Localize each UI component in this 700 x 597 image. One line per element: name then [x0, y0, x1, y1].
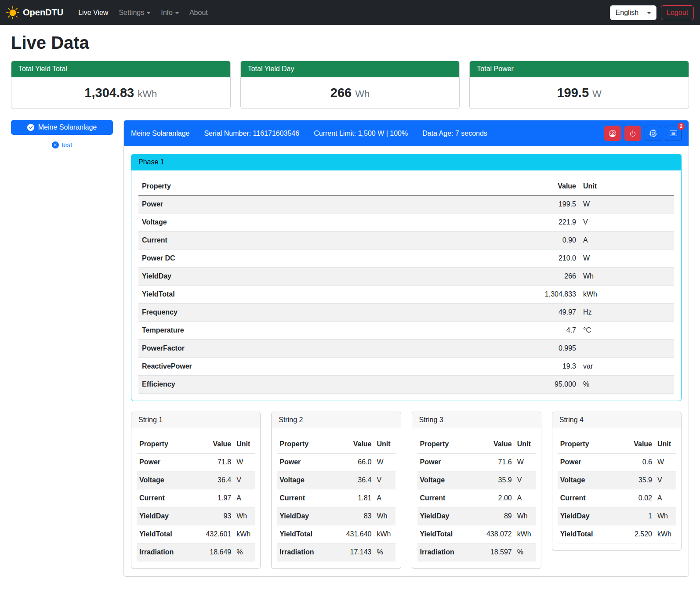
unit-cell: Wh: [655, 507, 676, 525]
header-property: Property: [277, 435, 332, 453]
language-select-value: English: [616, 9, 638, 17]
table-row: Power71.8W: [137, 453, 255, 471]
property-cell: YieldDay: [417, 507, 472, 525]
table-row: Current1.81A: [277, 489, 395, 507]
unit-cell: [580, 340, 674, 358]
power-icon: [629, 130, 636, 137]
value-cell: 89: [472, 507, 515, 525]
table-row: YieldDay83Wh: [277, 507, 395, 525]
page-content: Live Data Total Yield Total 1,304.83 kWh…: [0, 33, 700, 589]
nav-item-live-view[interactable]: Live View: [73, 5, 113, 20]
string-card-body: Property Value Unit Power71.6WVoltage35.…: [412, 428, 541, 568]
table-row: Current0.02A: [558, 489, 676, 507]
table-row: Temperature4.7°C: [138, 322, 674, 340]
table-row: Current0.90A: [138, 232, 674, 250]
property-cell: Current: [558, 489, 618, 507]
nav-item-about[interactable]: About: [184, 5, 213, 20]
nav-item-info[interactable]: Info: [156, 5, 184, 20]
unit-cell: W: [580, 195, 674, 213]
string-table: Property Value Unit Power71.8WVoltage36.…: [137, 435, 255, 561]
property-cell: Power: [558, 453, 618, 471]
phase-card-body: Property Value Unit Power199.5WVoltage22…: [131, 170, 681, 401]
value-cell: 19.3: [403, 358, 580, 376]
table-row: YieldTotal2.520kWh: [558, 525, 676, 543]
header-value: Value: [403, 177, 580, 195]
property-cell: Voltage: [138, 213, 403, 232]
table-row: Voltage36.4V: [277, 471, 395, 489]
sun-icon: [6, 6, 19, 19]
value-cell: 0.6: [617, 453, 655, 471]
header-value: Value: [617, 435, 655, 453]
unit-cell: Wh: [374, 507, 395, 525]
property-cell: PowerFactor: [138, 340, 403, 358]
current-limit: Current Limit: 1,500 W | 100%: [314, 130, 408, 137]
value-cell: 4.7: [403, 322, 580, 340]
property-cell: Irradiation: [137, 543, 192, 561]
inverter-panel: Meine Solaranlage Serial Number: 1161716…: [123, 120, 689, 577]
value-cell: 1,304.833: [403, 286, 580, 304]
inverter-panel-buttons: 2: [604, 126, 682, 141]
summary-card-title: Total Yield Day: [241, 61, 460, 77]
inverter-select-button[interactable]: Meine Solaranlage: [11, 120, 113, 135]
serial-number: Serial Number: 116171603546: [204, 130, 299, 137]
unit-cell: Hz: [580, 304, 674, 322]
phase-card: Phase 1 Property Value Unit Power199.5WV…: [131, 154, 682, 401]
unit-cell: W: [580, 250, 674, 268]
event-count-badge: 2: [678, 123, 685, 130]
string-card-4: String 4 Property Value Unit: [552, 412, 682, 551]
table-header-row: Property Value Unit: [277, 435, 395, 453]
property-cell: YieldDay: [138, 268, 403, 286]
string-card-3: String 3 Property Value Unit: [412, 412, 541, 569]
value-cell: 0.02: [617, 489, 655, 507]
unit-cell: var: [580, 358, 674, 376]
phase-table-body: Power199.5WVoltage221.9VCurrent0.90APowe…: [138, 195, 674, 394]
table-row: PowerFactor0.995: [138, 340, 674, 358]
unit-cell: W: [374, 453, 395, 471]
header-property: Property: [137, 435, 192, 453]
table-header-row: Property Value Unit: [558, 435, 676, 453]
summary-unit: kWh: [138, 88, 157, 99]
table-row: YieldTotal431.640kWh: [277, 525, 395, 543]
string-title: String 4: [552, 412, 681, 428]
unit-cell: %: [234, 543, 255, 561]
value-cell: 18.649: [192, 543, 234, 561]
value-cell: 221.9: [403, 213, 580, 232]
summary-card-total-yield-total: Total Yield Total 1,304.83 kWh: [11, 61, 231, 109]
nav-item-settings-label: Settings: [119, 9, 144, 17]
unit-cell: °C: [580, 322, 674, 340]
unit-cell: kWh: [234, 525, 255, 543]
logout-button[interactable]: Logout: [661, 5, 694, 20]
value-cell: 17.143: [332, 543, 374, 561]
table-row: Power DC210.0W: [138, 250, 674, 268]
header-property: Property: [138, 177, 403, 195]
string-card-body: Property Value Unit Power71.8WVoltage36.…: [131, 428, 260, 568]
inverter-list-item-test[interactable]: test: [11, 141, 113, 148]
inverter-panel-body: Phase 1 Property Value Unit Power199.5WV…: [124, 146, 689, 576]
brand-link[interactable]: OpenDTU: [6, 6, 63, 19]
property-cell: Power: [137, 453, 192, 471]
unit-cell: A: [234, 489, 255, 507]
property-cell: Frequency: [138, 304, 403, 322]
check-circle-icon: [27, 124, 34, 131]
table-row: YieldTotal1,304.833kWh: [138, 286, 674, 304]
property-cell: YieldTotal: [137, 525, 192, 543]
table-row: YieldDay1Wh: [558, 507, 676, 525]
event-log-button[interactable]: 2: [665, 126, 682, 141]
unit-cell: kWh: [515, 525, 536, 543]
value-cell: 199.5: [403, 195, 580, 213]
device-info-button[interactable]: [645, 126, 661, 141]
string-title: String 3: [412, 412, 541, 428]
property-cell: Current: [277, 489, 332, 507]
nav-item-settings[interactable]: Settings: [113, 5, 156, 20]
property-cell: Power: [417, 453, 472, 471]
table-row: Irradiation18.597%: [417, 543, 536, 561]
header-property: Property: [558, 435, 618, 453]
unit-cell: %: [580, 376, 674, 394]
cpu-icon: [649, 130, 657, 137]
property-cell: Power: [277, 453, 332, 471]
value-cell: 35.9: [617, 471, 655, 489]
table-header-row: Property Value Unit: [138, 177, 674, 195]
language-select[interactable]: English: [610, 5, 656, 20]
power-toggle-button[interactable]: [624, 126, 641, 141]
limit-settings-button[interactable]: [604, 126, 621, 141]
